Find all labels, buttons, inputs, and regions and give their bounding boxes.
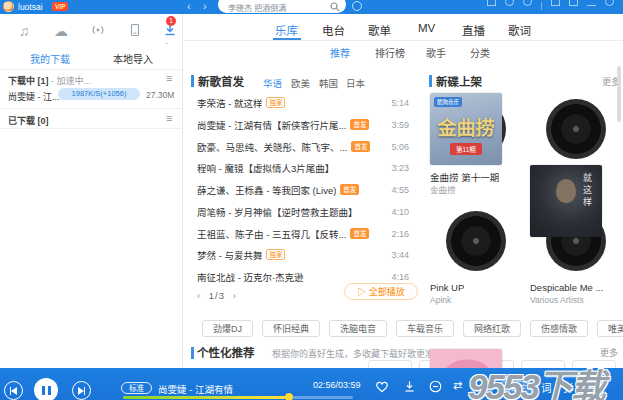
skin-icon[interactable]: [505, 0, 514, 6]
song-name[interactable]: 王祖蓝、陈子由 - 三五得几【反转...: [197, 227, 346, 241]
music-note-icon[interactable]: ♫: [15, 22, 33, 40]
mini-mode-icon[interactable]: [487, 0, 496, 6]
remove-circle-icon[interactable]: [429, 380, 442, 393]
username[interactable]: luotsai: [18, 2, 43, 12]
song-row[interactable]: 薛之谦、王栎鑫 - 等我回家 (Live) 首发 4:55: [197, 182, 409, 197]
downloaded-menu-icon[interactable]: ≡: [166, 112, 172, 124]
tab-live[interactable]: 直播: [462, 22, 485, 38]
play-all-button[interactable]: ▷ 全部播放: [344, 283, 418, 300]
song-row[interactable]: 李荣浩 - 就这样 独家 5:14: [197, 95, 409, 110]
album-title[interactable]: 金曲捞 第十一期: [430, 170, 499, 184]
search-icon[interactable]: [330, 2, 340, 12]
subtab-recommend[interactable]: 推荐: [330, 45, 350, 60]
settings-gear-icon[interactable]: [523, 0, 532, 6]
tag-button[interactable]: 怀旧经典: [262, 320, 320, 337]
vip-badge[interactable]: VIP: [52, 2, 68, 11]
tag-button[interactable]: 车载音乐: [396, 320, 454, 337]
song-row[interactable]: 程响 - 魔镜【虚拟情人3片尾曲】 3:23: [197, 160, 409, 175]
song-name[interactable]: 南征北战 - 迈克尔·杰克逊: [197, 270, 304, 284]
song-duration: 4:55: [391, 185, 409, 195]
next-page-icon[interactable]: ›: [233, 290, 237, 301]
first-release-badge: 首发: [351, 141, 370, 152]
titlebar: luotsai VIP ‹ › 李晓杰 把酒倒满: [0, 0, 623, 14]
album-cover[interactable]: 就这样: [530, 165, 602, 237]
song-row[interactable]: 周笔畅 - 岁月神偷【逆时营救主题曲】 4:10: [197, 204, 409, 219]
quality-selector[interactable]: 标准: [121, 382, 152, 394]
tag-button[interactable]: 洗脑电音: [329, 320, 387, 337]
tag-button[interactable]: 唯美轻音乐: [597, 320, 623, 337]
back-icon[interactable]: ‹: [187, 0, 191, 13]
message-icon[interactable]: [551, 0, 560, 6]
downloading-menu-icon[interactable]: ≡: [166, 72, 172, 84]
play-all-label: 全部播放: [369, 287, 405, 297]
previous-track-button[interactable]: [4, 381, 23, 400]
downloaded-count: 已下载 [0]: [8, 116, 49, 126]
minimize-icon[interactable]: [587, 0, 596, 6]
device-icon[interactable]: [127, 22, 145, 40]
avatar[interactable]: [3, 1, 14, 12]
subtab-charts[interactable]: 排行榜: [375, 45, 405, 60]
album-artist[interactable]: Various Artists: [530, 295, 584, 305]
download-item-name[interactable]: 尚雯婕 - 江...: [8, 90, 60, 103]
forward-icon[interactable]: ›: [203, 0, 207, 13]
album-artist[interactable]: Apink: [430, 295, 451, 305]
subtab-categories[interactable]: 分类: [470, 45, 490, 60]
song-row[interactable]: 尚雯婕 - 江湖有情【新侠客行片尾... 首发 3:59: [197, 117, 409, 132]
song-name[interactable]: 薛之谦、王栎鑫 - 等我回家 (Live): [197, 183, 336, 197]
tab-my-downloads[interactable]: 我的下载: [30, 51, 70, 66]
album-artist[interactable]: 金曲捞: [430, 183, 456, 195]
genre-tab-korean[interactable]: 韩国: [319, 76, 338, 90]
quality-label: 标准: [129, 384, 144, 393]
tab-local-import[interactable]: 本地导入: [113, 51, 153, 66]
tab-library[interactable]: 乐库: [275, 22, 298, 38]
next-track-button[interactable]: [72, 381, 91, 400]
close-icon[interactable]: [605, 0, 614, 6]
prev-page-icon[interactable]: ‹: [197, 290, 201, 301]
song-name[interactable]: 程响 - 魔镜【虚拟情人3片尾曲】: [197, 161, 334, 175]
radio-icon[interactable]: [90, 22, 108, 40]
downloaded-header: 已下载 [0]: [8, 114, 49, 127]
download-manager-panel: ♫ ☁ 1 ˇ 我的下载 本地导入 下载中 [1] - 加速中... ≡ 尚雯婕…: [0, 14, 183, 368]
subtab-artists[interactable]: 歌手: [426, 45, 446, 60]
song-name[interactable]: 李荣浩 - 就这样: [197, 96, 262, 110]
link-icon[interactable]: [569, 0, 578, 6]
song-name[interactable]: 梦然 - 与爱共舞: [197, 248, 262, 262]
pause-button[interactable]: [34, 378, 58, 400]
tag-button[interactable]: 网络红歌: [463, 320, 521, 337]
song-name[interactable]: 尚雯婕 - 江湖有情【新侠客行片尾...: [197, 118, 346, 132]
cloud-icon[interactable]: ☁: [52, 22, 70, 40]
song-row[interactable]: 梦然 - 与爱共舞 独家 3:44: [197, 247, 409, 262]
downloading-header: 下载中 [1] - 加速中...: [8, 74, 91, 87]
tab-mv[interactable]: MV: [418, 22, 435, 34]
album-title[interactable]: Pink UP: [430, 282, 464, 293]
tag-buttons-row: 劲爆DJ 怀旧经典 洗脑电音 车载音乐 网络红歌 伤感情歌 唯美轻音乐: [202, 320, 623, 337]
section-marker: [429, 75, 432, 87]
genre-tab-chinese[interactable]: 华语: [263, 76, 282, 90]
genre-tab-japanese[interactable]: 日本: [346, 76, 365, 90]
tag-button[interactable]: 伤感情歌: [530, 320, 588, 337]
tab-radio[interactable]: 电台: [322, 22, 345, 38]
exclusive-badge: 独家: [266, 249, 285, 260]
genre-tab-western[interactable]: 欧美: [291, 76, 310, 90]
favorite-heart-icon[interactable]: [375, 380, 389, 393]
tab-playlist[interactable]: 歌单: [368, 22, 391, 38]
section-marker: [191, 347, 194, 359]
song-row[interactable]: 南征北战 - 迈克尔·杰克逊 4:16: [197, 269, 409, 284]
tab-lyrics[interactable]: 歌词: [508, 22, 531, 38]
scrollbar[interactable]: [617, 66, 621, 122]
song-name[interactable]: 欧豪、马思纯、关晓彤、陈飞宇、...: [197, 140, 347, 154]
album-cover[interactable]: 酷狗音乐 金曲捞 第11期: [430, 93, 502, 165]
divider: [0, 108, 183, 109]
download-song-icon[interactable]: [403, 380, 416, 393]
new-albums-title: 新碟上架: [436, 73, 482, 89]
song-row[interactable]: 王祖蓝、陈子由 - 三五得几【反转... 首发 2:16: [197, 226, 409, 241]
tag-button[interactable]: 劲爆DJ: [202, 320, 253, 337]
album-title[interactable]: Despicable Me ...: [530, 282, 603, 293]
now-playing-title[interactable]: 尚雯婕 - 江湖有情: [158, 382, 233, 396]
search-text[interactable]: 李晓杰 把酒倒满: [228, 2, 286, 13]
play-mode-icon[interactable]: ⇄: [453, 379, 462, 392]
song-name[interactable]: 周笔畅 - 岁月神偷【逆时营救主题曲】: [197, 205, 355, 219]
song-row[interactable]: 欧豪、马思纯、关晓彤、陈飞宇、... 首发 5:06: [197, 139, 409, 154]
identify-song-icon[interactable]: [352, 1, 362, 11]
progress-handle[interactable]: [285, 393, 293, 400]
